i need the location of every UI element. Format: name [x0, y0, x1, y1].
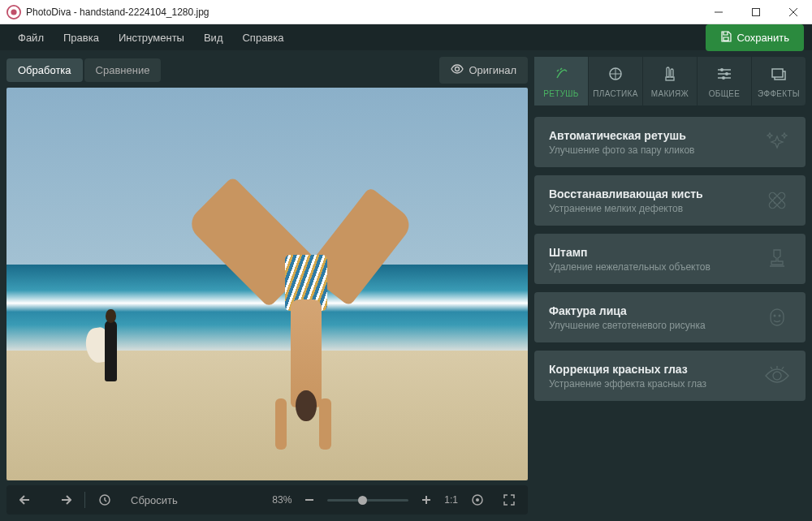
card-healing-brush-sub: Устранение мелких дефектов — [549, 203, 763, 214]
ratio-label[interactable]: 1:1 — [444, 494, 458, 506]
tooltab-makeup[interactable]: МАКИЯЖ — [643, 57, 698, 105]
card-face-texture-sub: Улучшение светотеневого рисунка — [549, 320, 763, 331]
app-logo-icon — [6, 5, 21, 19]
tooltab-general-label: ОБЩЕЕ — [709, 89, 741, 98]
svg-point-34 — [779, 315, 781, 317]
svg-point-6 — [456, 67, 460, 71]
show-original-button[interactable]: Оригинал — [439, 57, 528, 84]
save-icon — [720, 31, 732, 45]
card-stamp-sub: Удаление нежелательных объектов — [549, 261, 763, 273]
card-red-eye-title: Коррекция красных глаз — [549, 363, 763, 376]
svg-line-38 — [782, 367, 784, 369]
svg-rect-26 — [768, 192, 787, 210]
menu-tools[interactable]: Инструменты — [109, 25, 194, 50]
svg-point-33 — [774, 315, 776, 317]
menu-help[interactable]: Справка — [232, 25, 293, 50]
tooltab-retouch-label: РЕТУШЬ — [543, 89, 578, 98]
card-healing-brush-title: Восстанавливающая кисть — [549, 187, 763, 200]
eye-icon — [451, 62, 464, 78]
tab-compare[interactable]: Сравнение — [84, 58, 162, 82]
original-label: Оригинал — [469, 64, 516, 76]
svg-rect-25 — [772, 69, 783, 77]
zoom-slider-handle[interactable] — [358, 496, 367, 505]
card-healing-brush[interactable]: Восстанавливающая кисть Устранение мелки… — [534, 175, 806, 226]
window-controls — [700, 0, 812, 24]
card-stamp-title: Штамп — [549, 246, 763, 259]
makeup-icon — [661, 65, 679, 86]
svg-point-35 — [773, 372, 781, 380]
stamp-icon — [763, 245, 791, 273]
svg-rect-16 — [667, 67, 669, 77]
tooltab-retouch[interactable]: РЕТУШЬ — [534, 57, 589, 105]
reset-button[interactable]: Сбросить — [124, 491, 184, 510]
card-auto-retouch[interactable]: Автоматическая ретушь Улучшение фото за … — [534, 117, 806, 167]
tooltab-effects-label: ЭФФЕКТЫ — [758, 89, 800, 98]
menu-view[interactable]: Вид — [194, 25, 233, 50]
menu-file[interactable]: Файл — [8, 25, 54, 50]
sliders-icon — [715, 65, 733, 86]
effects-icon — [770, 65, 788, 86]
card-face-texture[interactable]: Фактура лица Улучшение светотеневого рис… — [534, 292, 806, 342]
retouch-icon — [552, 65, 570, 86]
card-stamp[interactable]: Штамп Удаление нежелательных объектов — [534, 234, 806, 284]
minimize-button[interactable] — [700, 0, 737, 24]
tab-edit[interactable]: Обработка — [6, 58, 83, 82]
zoom-slider[interactable] — [327, 499, 408, 502]
window-title: PhotoDiva - handstand-2224104_1280.jpg — [26, 6, 700, 18]
menu-edit[interactable]: Правка — [54, 25, 109, 50]
plastic-icon — [607, 65, 624, 86]
svg-point-24 — [722, 76, 725, 80]
fit-screen-button[interactable] — [464, 489, 490, 511]
zoom-out-button[interactable] — [298, 490, 321, 510]
tooltab-general[interactable]: ОБЩЕЕ — [698, 57, 752, 105]
svg-point-31 — [779, 202, 780, 204]
svg-point-22 — [720, 68, 723, 71]
svg-rect-3 — [753, 8, 760, 15]
tooltab-makeup-label: МАКИЯЖ — [651, 89, 689, 98]
edited-image — [6, 88, 528, 480]
face-icon — [763, 304, 791, 331]
tooltab-effects[interactable]: ЭФФЕКТЫ — [752, 57, 806, 105]
card-auto-retouch-title: Автоматическая ретушь — [549, 129, 763, 142]
tooltab-plastic-label: ПЛАСТИКА — [593, 89, 637, 98]
svg-point-23 — [725, 72, 728, 75]
card-face-texture-title: Фактура лица — [549, 304, 763, 317]
card-auto-retouch-sub: Улучшение фото за пару кликов — [549, 144, 763, 156]
maximize-button[interactable] — [737, 0, 775, 24]
svg-line-37 — [771, 367, 772, 369]
menu-bar: Файл Правка Инструменты Вид Справка Сохр… — [0, 24, 812, 50]
image-viewport[interactable] — [6, 88, 528, 480]
sparkle-icon — [763, 128, 791, 156]
svg-rect-32 — [771, 309, 784, 325]
svg-point-29 — [779, 197, 780, 199]
svg-rect-18 — [666, 77, 674, 80]
svg-point-12 — [476, 498, 479, 502]
history-button[interactable] — [92, 489, 118, 511]
bandage-icon — [763, 187, 791, 214]
redo-button[interactable] — [49, 489, 78, 510]
fullscreen-button[interactable] — [497, 489, 521, 510]
undo-button[interactable] — [13, 489, 42, 510]
zoom-in-button[interactable] — [415, 490, 438, 510]
save-button[interactable]: Сохранить — [706, 24, 804, 51]
svg-rect-27 — [768, 192, 787, 210]
card-red-eye[interactable]: Коррекция красных глаз Устранение эффект… — [534, 351, 806, 401]
window-titlebar: PhotoDiva - handstand-2224104_1280.jpg — [0, 0, 812, 24]
svg-point-30 — [774, 202, 775, 204]
svg-rect-17 — [671, 69, 673, 77]
bottom-toolbar: Сбросить 83% 1:1 — [6, 485, 528, 515]
close-button[interactable] — [775, 0, 812, 24]
svg-point-28 — [774, 197, 775, 199]
tool-tabs: РЕТУШЬ ПЛАСТИКА МАКИЯЖ ОБЩЕЕ ЭФФЕКТЫ — [534, 57, 806, 105]
zoom-value: 83% — [272, 494, 292, 506]
svg-point-1 — [11, 9, 16, 15]
save-label: Сохранить — [736, 32, 789, 44]
tooltab-plastic[interactable]: ПЛАСТИКА — [589, 57, 643, 105]
card-red-eye-sub: Устранение эффекта красных глаз — [549, 378, 763, 390]
red-eye-icon — [763, 362, 791, 390]
